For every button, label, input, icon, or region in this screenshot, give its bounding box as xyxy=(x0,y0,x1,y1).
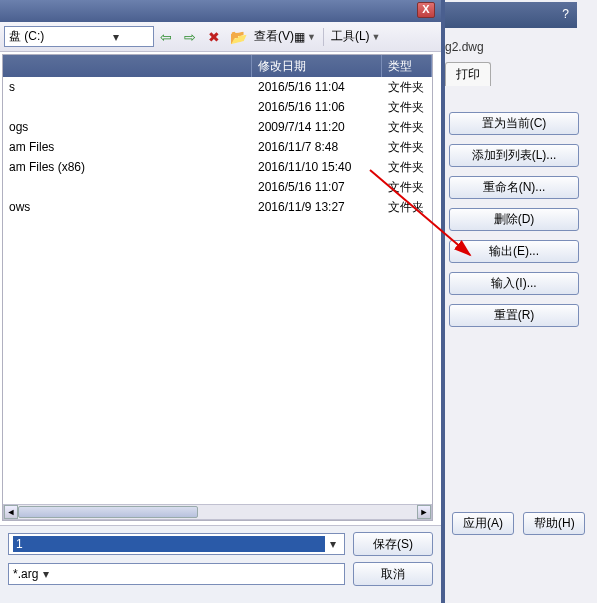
delete-icon[interactable]: ✖ xyxy=(204,27,224,47)
cell-type: 文件夹 xyxy=(382,119,432,136)
cell-date: 2016/11/9 13:27 xyxy=(252,200,382,214)
current-document-name: g2.dwg xyxy=(445,40,484,54)
filename-value: 1 xyxy=(13,536,325,552)
tools-menu[interactable]: 工具(L) ▼ xyxy=(327,28,385,45)
list-item[interactable]: ows2016/11/9 13:27文件夹 xyxy=(3,197,432,217)
add-to-list-button[interactable]: 添加到列表(L)... xyxy=(449,144,579,167)
views-icon: ▦ xyxy=(294,30,305,44)
list-item[interactable]: am Files2016/11/7 8:48文件夹 xyxy=(3,137,432,157)
file-list: 修改日期 类型 s2016/5/16 11:04文件夹2016/5/16 11:… xyxy=(2,54,433,521)
back-icon[interactable]: ⇦ xyxy=(156,27,176,47)
column-type[interactable]: 类型 xyxy=(382,55,432,77)
help-icon[interactable]: ? xyxy=(562,7,569,21)
cell-type: 文件夹 xyxy=(382,139,432,156)
tools-menu-label: 工具(L) xyxy=(331,28,370,45)
cell-date: 2016/11/7 8:48 xyxy=(252,140,382,154)
cell-date: 2016/5/16 11:06 xyxy=(252,100,382,114)
save-button[interactable]: 保存(S) xyxy=(353,532,433,556)
cell-name: am Files xyxy=(3,140,252,154)
chevron-down-icon[interactable]: ▾ xyxy=(325,537,340,551)
tab-print[interactable]: 打印 xyxy=(445,62,491,86)
filename-input[interactable]: 1 ▾ xyxy=(8,533,345,555)
chevron-down-icon: ▼ xyxy=(307,32,316,42)
chevron-down-icon[interactable]: ▾ xyxy=(38,567,53,581)
close-icon[interactable]: X xyxy=(417,2,435,18)
list-item[interactable]: ogs2009/7/14 11:20文件夹 xyxy=(3,117,432,137)
options-tabs: 打印 xyxy=(445,62,491,86)
list-item[interactable]: s2016/5/16 11:04文件夹 xyxy=(3,77,432,97)
view-menu[interactable]: 查看(V) ▦ ▼ xyxy=(250,28,320,45)
cancel-button[interactable]: 取消 xyxy=(353,562,433,586)
scroll-thumb[interactable] xyxy=(18,506,198,518)
cell-name: am Files (x86) xyxy=(3,160,252,174)
cell-name: s xyxy=(3,80,252,94)
cell-date: 2016/11/10 15:40 xyxy=(252,160,382,174)
cell-type: 文件夹 xyxy=(382,99,432,116)
set-current-button[interactable]: 置为当前(C) xyxy=(449,112,579,135)
dialog-titlebar[interactable]: X xyxy=(0,0,441,22)
apply-button[interactable]: 应用(A) xyxy=(452,512,514,535)
list-item[interactable]: 2016/5/16 11:07文件夹 xyxy=(3,177,432,197)
chevron-down-icon: ▼ xyxy=(372,32,381,42)
filetype-combo[interactable]: *.arg ▾ xyxy=(8,563,345,585)
list-item[interactable]: 2016/5/16 11:06文件夹 xyxy=(3,97,432,117)
cell-type: 文件夹 xyxy=(382,159,432,176)
cell-type: 文件夹 xyxy=(382,179,432,196)
cell-date: 2016/5/16 11:07 xyxy=(252,180,382,194)
location-text: 盘 (C:) xyxy=(7,28,79,45)
forward-icon[interactable]: ⇨ xyxy=(180,27,200,47)
cell-type: 文件夹 xyxy=(382,79,432,96)
column-name[interactable] xyxy=(3,55,252,77)
delete-button[interactable]: 删除(D) xyxy=(449,208,579,231)
scroll-left-icon[interactable]: ◄ xyxy=(4,505,18,519)
folder-icon[interactable]: 📂 xyxy=(228,27,248,47)
import-button[interactable]: 输入(I)... xyxy=(449,272,579,295)
reset-button[interactable]: 重置(R) xyxy=(449,304,579,327)
cell-date: 2016/5/16 11:04 xyxy=(252,80,382,94)
location-combo[interactable]: 盘 (C:) ▾ xyxy=(4,26,154,47)
rename-button[interactable]: 重命名(N)... xyxy=(449,176,579,199)
cell-name: ogs xyxy=(3,120,252,134)
filetype-value: *.arg xyxy=(13,567,38,581)
help-button[interactable]: 帮助(H) xyxy=(523,512,585,535)
save-dialog: X 盘 (C:) ▾ ⇦ ⇨ ✖ 📂 查看(V) ▦ ▼ 工具(L) ▼ 修改日… xyxy=(0,0,445,603)
export-button[interactable]: 输出(E)... xyxy=(449,240,579,263)
cell-date: 2009/7/14 11:20 xyxy=(252,120,382,134)
horizontal-scrollbar[interactable]: ◄ ► xyxy=(3,504,432,520)
column-date[interactable]: 修改日期 xyxy=(252,55,382,77)
dialog-toolbar: 盘 (C:) ▾ ⇦ ⇨ ✖ 📂 查看(V) ▦ ▼ 工具(L) ▼ xyxy=(0,22,441,52)
cell-type: 文件夹 xyxy=(382,199,432,216)
dialog-bottom: 1 ▾ 保存(S) *.arg ▾ 取消 xyxy=(0,525,441,603)
list-item[interactable]: am Files (x86)2016/11/10 15:40文件夹 xyxy=(3,157,432,177)
chevron-down-icon[interactable]: ▾ xyxy=(79,30,151,44)
cell-name: ows xyxy=(3,200,252,214)
column-headers: 修改日期 类型 xyxy=(3,55,432,77)
scroll-right-icon[interactable]: ► xyxy=(417,505,431,519)
toolbar-separator xyxy=(323,28,324,46)
view-menu-label: 查看(V) xyxy=(254,28,294,45)
